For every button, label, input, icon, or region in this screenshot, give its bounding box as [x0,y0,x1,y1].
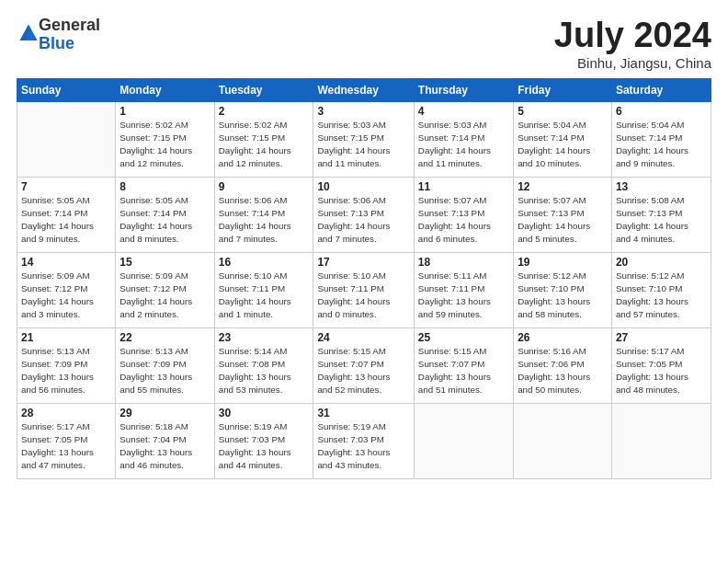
day-number: 25 [418,331,509,344]
header: General Blue July 2024 Binhu, Jiangsu, C… [17,17,711,71]
calendar-cell: 31Sunrise: 5:19 AMSunset: 7:03 PMDayligh… [313,403,414,478]
col-monday: Monday [116,78,214,101]
calendar-cell: 28Sunrise: 5:17 AMSunset: 7:05 PMDayligh… [17,403,116,478]
day-info: Sunrise: 5:09 AMSunset: 7:12 PMDaylight:… [119,270,210,322]
calendar-cell: 22Sunrise: 5:13 AMSunset: 7:09 PMDayligh… [116,327,214,403]
calendar-cell: 1Sunrise: 5:02 AMSunset: 7:15 PMDaylight… [116,101,214,177]
day-info: Sunrise: 5:19 AMSunset: 7:03 PMDaylight:… [317,420,409,473]
calendar-table: Sunday Monday Tuesday Wednesday Thursday… [17,78,711,479]
day-number: 1 [119,105,210,118]
day-number: 23 [219,331,310,344]
day-info: Sunrise: 5:10 AMSunset: 7:11 PMDaylight:… [219,270,310,322]
day-number: 19 [518,256,608,269]
day-info: Sunrise: 5:07 AMSunset: 7:13 PMDaylight:… [518,194,608,247]
day-number: 5 [518,105,608,118]
day-number: 2 [219,105,310,118]
day-info: Sunrise: 5:17 AMSunset: 7:05 PMDaylight:… [21,420,111,473]
col-saturday: Saturday [611,78,711,101]
day-number: 16 [219,256,310,269]
calendar-cell: 24Sunrise: 5:15 AMSunset: 7:07 PMDayligh… [313,327,414,403]
day-info: Sunrise: 5:12 AMSunset: 7:10 PMDaylight:… [518,270,608,322]
day-info: Sunrise: 5:17 AMSunset: 7:05 PMDaylight:… [616,345,707,397]
calendar-cell: 4Sunrise: 5:03 AMSunset: 7:14 PMDaylight… [414,101,513,177]
day-info: Sunrise: 5:09 AMSunset: 7:12 PMDaylight:… [21,270,111,322]
calendar-cell: 8Sunrise: 5:05 AMSunset: 7:14 PMDaylight… [116,177,214,252]
day-number: 24 [317,331,409,344]
calendar-cell [514,403,612,478]
calendar-cell: 7Sunrise: 5:05 AMSunset: 7:14 PMDaylight… [17,177,116,252]
day-number: 4 [418,105,509,118]
day-info: Sunrise: 5:04 AMSunset: 7:14 PMDaylight:… [518,119,608,171]
logo: General Blue [17,17,100,53]
col-sunday: Sunday [17,78,116,101]
day-info: Sunrise: 5:14 AMSunset: 7:08 PMDaylight:… [219,345,310,397]
calendar-cell [17,101,116,177]
title-block: July 2024 Binhu, Jiangsu, China [554,17,711,71]
calendar-cell: 5Sunrise: 5:04 AMSunset: 7:14 PMDaylight… [514,101,612,177]
calendar-cell: 19Sunrise: 5:12 AMSunset: 7:10 PMDayligh… [514,252,612,327]
day-info: Sunrise: 5:08 AMSunset: 7:13 PMDaylight:… [616,194,707,247]
calendar-cell: 29Sunrise: 5:18 AMSunset: 7:04 PMDayligh… [116,403,214,478]
day-number: 10 [317,180,409,193]
day-number: 11 [418,180,509,193]
day-number: 14 [21,256,111,269]
day-info: Sunrise: 5:10 AMSunset: 7:11 PMDaylight:… [317,270,409,322]
calendar-cell: 14Sunrise: 5:09 AMSunset: 7:12 PMDayligh… [17,252,116,327]
calendar-cell: 30Sunrise: 5:19 AMSunset: 7:03 PMDayligh… [214,403,313,478]
day-info: Sunrise: 5:04 AMSunset: 7:14 PMDaylight:… [616,119,707,171]
day-info: Sunrise: 5:06 AMSunset: 7:14 PMDaylight:… [219,194,310,247]
week-row-0: 1Sunrise: 5:02 AMSunset: 7:15 PMDaylight… [17,101,711,177]
day-number: 31 [317,407,409,419]
day-info: Sunrise: 5:02 AMSunset: 7:15 PMDaylight:… [219,119,310,171]
day-number: 29 [119,407,210,419]
calendar-cell: 20Sunrise: 5:12 AMSunset: 7:10 PMDayligh… [611,252,711,327]
day-info: Sunrise: 5:05 AMSunset: 7:14 PMDaylight:… [119,194,210,247]
day-number: 7 [21,180,111,193]
calendar-cell: 23Sunrise: 5:14 AMSunset: 7:08 PMDayligh… [214,327,313,403]
logo-blue: Blue [39,34,74,52]
day-info: Sunrise: 5:07 AMSunset: 7:13 PMDaylight:… [418,194,509,247]
calendar-cell: 6Sunrise: 5:04 AMSunset: 7:14 PMDaylight… [611,101,711,177]
day-number: 21 [21,331,111,344]
day-info: Sunrise: 5:11 AMSunset: 7:11 PMDaylight:… [418,270,509,322]
day-number: 20 [616,256,707,269]
day-info: Sunrise: 5:06 AMSunset: 7:13 PMDaylight:… [317,194,409,247]
calendar-cell: 18Sunrise: 5:11 AMSunset: 7:11 PMDayligh… [414,252,513,327]
day-number: 13 [616,180,707,193]
col-friday: Friday [514,78,612,101]
day-info: Sunrise: 5:13 AMSunset: 7:09 PMDaylight:… [119,345,210,397]
day-number: 15 [119,256,210,269]
calendar-cell [611,403,711,478]
day-info: Sunrise: 5:19 AMSunset: 7:03 PMDaylight:… [219,420,310,473]
day-info: Sunrise: 5:18 AMSunset: 7:04 PMDaylight:… [119,420,210,473]
calendar-cell: 13Sunrise: 5:08 AMSunset: 7:13 PMDayligh… [611,177,711,252]
day-info: Sunrise: 5:03 AMSunset: 7:15 PMDaylight:… [317,119,409,171]
day-number: 6 [616,105,707,118]
calendar-cell [414,403,513,478]
day-info: Sunrise: 5:12 AMSunset: 7:10 PMDaylight:… [616,270,707,322]
day-info: Sunrise: 5:13 AMSunset: 7:09 PMDaylight:… [21,345,111,397]
day-number: 3 [317,105,409,118]
location: Binhu, Jiangsu, China [554,55,711,71]
day-info: Sunrise: 5:15 AMSunset: 7:07 PMDaylight:… [317,345,409,397]
header-row: Sunday Monday Tuesday Wednesday Thursday… [17,78,711,101]
day-info: Sunrise: 5:05 AMSunset: 7:14 PMDaylight:… [21,194,111,247]
week-row-2: 14Sunrise: 5:09 AMSunset: 7:12 PMDayligh… [17,252,711,327]
day-number: 28 [21,407,111,419]
page: General Blue July 2024 Binhu, Jiangsu, C… [0,0,728,563]
day-info: Sunrise: 5:15 AMSunset: 7:07 PMDaylight:… [418,345,509,397]
logo-text: General Blue [39,17,100,53]
day-number: 27 [616,331,707,344]
calendar-cell: 15Sunrise: 5:09 AMSunset: 7:12 PMDayligh… [116,252,214,327]
logo-general: General [39,16,100,34]
calendar-cell: 9Sunrise: 5:06 AMSunset: 7:14 PMDaylight… [214,177,313,252]
week-row-1: 7Sunrise: 5:05 AMSunset: 7:14 PMDaylight… [17,177,711,252]
col-tuesday: Tuesday [214,78,313,101]
day-number: 26 [518,331,608,344]
day-number: 18 [418,256,509,269]
calendar-cell: 2Sunrise: 5:02 AMSunset: 7:15 PMDaylight… [214,101,313,177]
day-number: 9 [219,180,310,193]
calendar-cell: 26Sunrise: 5:16 AMSunset: 7:06 PMDayligh… [514,327,612,403]
calendar-cell: 12Sunrise: 5:07 AMSunset: 7:13 PMDayligh… [514,177,612,252]
col-thursday: Thursday [414,78,513,101]
